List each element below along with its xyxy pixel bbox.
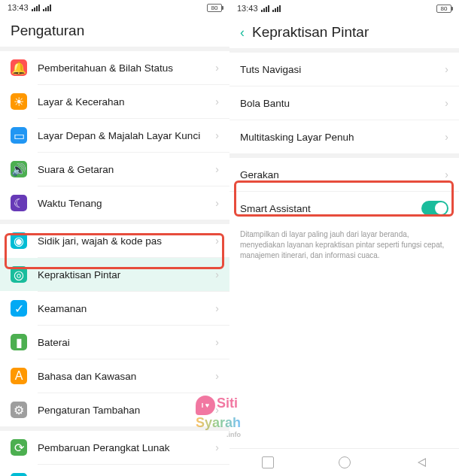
- chevron-right-icon: ›: [445, 63, 448, 75]
- update-icon: ⟳: [11, 439, 27, 456]
- status-bar: 13:43 80: [230, 0, 459, 17]
- settings-item-language[interactable]: ABahasa dan Kawasan›: [0, 359, 230, 393]
- smart-assistant-toggle[interactable]: [421, 201, 448, 216]
- chevron-right-icon: ›: [215, 404, 219, 416]
- signal-icon-2: [43, 5, 51, 11]
- nav-home-button[interactable]: [339, 456, 351, 468]
- fingerprint-icon: ◉: [11, 232, 27, 249]
- chevron-right-icon: ›: [215, 441, 219, 453]
- item-gestures[interactable]: Gerakan›: [230, 158, 459, 191]
- settings-item-about[interactable]: iTentang Ponsel›: [0, 465, 230, 476]
- status-bar: 13:43 80: [0, 0, 230, 15]
- chevron-right-icon: ›: [215, 96, 219, 108]
- moon-icon: ☾: [11, 195, 27, 211]
- status-time: 13:43: [8, 3, 29, 12]
- settings-item-sound[interactable]: 🔊Suara & Getaran›: [0, 153, 230, 186]
- settings-item-display[interactable]: ☀Layar & Kecerahan›: [0, 85, 230, 118]
- chevron-right-icon: ›: [215, 197, 219, 209]
- chevron-right-icon: ›: [445, 97, 448, 109]
- battery-icon: 80: [207, 4, 222, 12]
- settings-item-security[interactable]: ✓Keamanan›: [0, 292, 230, 325]
- info-icon: i: [11, 473, 27, 476]
- bell-icon: 🔔: [11, 59, 27, 76]
- settings-item-notifications[interactable]: 🔔Pemberitahuan & Bilah Status›: [0, 51, 230, 84]
- settings-item-smart-convenience[interactable]: ◎Kepraktisan Pintar›: [0, 258, 230, 291]
- nav-recent-button[interactable]: [262, 456, 274, 468]
- signal-icon-2: [272, 5, 281, 12]
- settings-item-lockscreen[interactable]: ▭Layar Depan & Majalah Layar Kunci›: [0, 119, 230, 152]
- settings-item-fingerprint[interactable]: ◉Sidik jari, wajah & kode pas›: [0, 224, 230, 257]
- chevron-right-icon: ›: [215, 235, 219, 247]
- phone-left: 13:43 80 Pengaturan 🔔Pemberitahuan & Bil…: [0, 0, 230, 476]
- page-header: ‹ Kepraktisan Pintar: [230, 17, 459, 48]
- back-button[interactable]: ‹: [240, 25, 245, 41]
- battery-settings-icon: ▮: [11, 334, 27, 350]
- signal-icon: [261, 5, 269, 12]
- sun-icon: ☀: [11, 93, 27, 110]
- smart-assistant-description: Ditampilkan di layar paling jauh dari la…: [230, 225, 459, 270]
- chevron-right-icon: ›: [215, 62, 219, 74]
- chevron-right-icon: ›: [445, 131, 448, 143]
- item-assistive-ball[interactable]: Bola Bantu›: [230, 86, 459, 120]
- page-title: Kepraktisan Pintar: [252, 24, 369, 41]
- item-nav-keys[interactable]: Tuts Navigasi›: [230, 53, 459, 86]
- nav-bar: [230, 448, 459, 476]
- item-fullscreen-multitask[interactable]: Multitasking Layar Penuh›: [230, 120, 459, 153]
- page-header: Pengaturan: [0, 15, 230, 47]
- shield-icon: ✓: [11, 300, 27, 317]
- chevron-right-icon: ›: [215, 268, 219, 280]
- settings-item-update[interactable]: ⟳Pembaruan Perangkat Lunak›: [0, 431, 230, 464]
- bulb-icon: ◎: [11, 266, 27, 283]
- gear-icon: ⚙: [11, 402, 27, 418]
- speaker-icon: 🔊: [11, 161, 27, 177]
- status-time: 13:43: [237, 4, 258, 13]
- chevron-right-icon: ›: [215, 370, 219, 382]
- screen-icon: ▭: [11, 127, 27, 144]
- battery-icon: 80: [436, 5, 451, 13]
- nav-back-button[interactable]: [416, 456, 427, 468]
- chevron-right-icon: ›: [215, 163, 219, 175]
- page-title: Pengaturan: [11, 23, 84, 39]
- settings-item-quiet[interactable]: ☾Waktu Tenang›: [0, 186, 230, 220]
- phone-right: 13:43 80 ‹ Kepraktisan Pintar Tuts Navig…: [230, 0, 459, 476]
- settings-item-battery[interactable]: ▮Baterai›: [0, 326, 230, 359]
- chevron-right-icon: ›: [215, 129, 219, 141]
- item-smart-assistant[interactable]: Smart Assistant: [230, 192, 459, 225]
- signal-icon: [32, 5, 40, 11]
- settings-item-additional[interactable]: ⚙Pengaturan Tambahan›: [0, 393, 230, 426]
- chevron-right-icon: ›: [215, 302, 219, 314]
- language-icon: A: [11, 368, 27, 384]
- chevron-right-icon: ›: [445, 168, 448, 180]
- chevron-right-icon: ›: [215, 336, 219, 348]
